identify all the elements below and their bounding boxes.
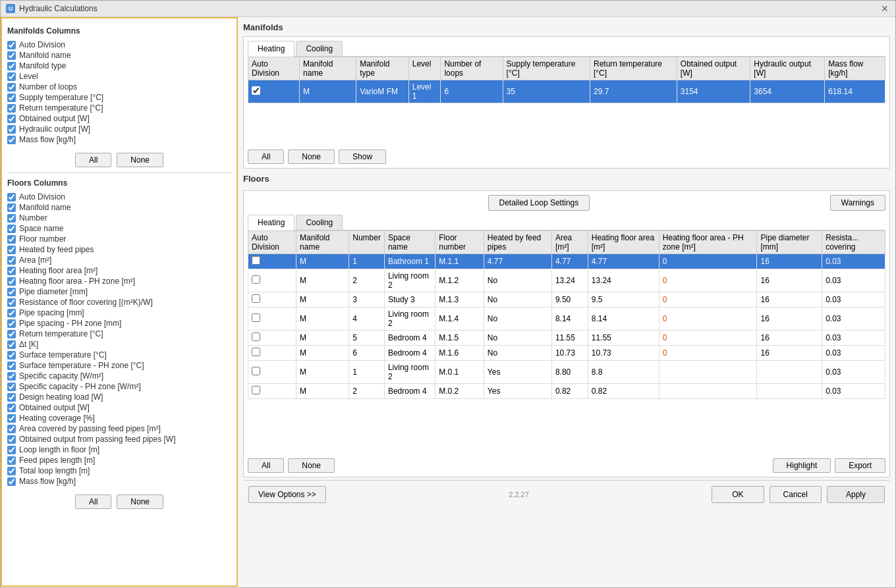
floors-cell-checkbox-7[interactable] [248,384,296,399]
floors-col-checkbox-17[interactable] [7,372,16,381]
floors-col-checkbox-1[interactable] [7,203,16,212]
manifolds-col-checkbox-4[interactable] [7,83,16,92]
floors-col-checkbox-15[interactable] [7,351,16,360]
floors-col-checkbox-12[interactable] [7,319,16,328]
floors-col-checkbox-11[interactable] [7,309,16,317]
tab-cooling-manifolds[interactable]: Cooling [296,41,343,56]
manifolds-col-checkbox-5[interactable] [7,94,16,102]
manifolds-none-button[interactable]: None [117,153,163,167]
floors-col-checkbox-3[interactable] [7,225,16,233]
floors-col-item-18: Specific capacity - PH zone [W/m²] [7,381,231,392]
floors-row-7[interactable]: M2Bedroom 4M.0.2Yes0.820.820.03 [248,384,885,399]
manifolds-col-item-6: Return temperature [°C] [7,103,231,113]
floors-col-checkbox-26[interactable] [7,467,16,475]
floors-row-1[interactable]: M2Living room 2M.1.2No13.2413.240160.03 [248,269,885,292]
floors-row-0[interactable]: M1Bathroom 1M.1.14.774.774.770160.03 [248,254,885,269]
manifolds-col-checkbox-0[interactable] [7,41,16,49]
floors-col-label-6: Area [m²] [19,255,51,265]
floors-col-item-17: Specific capacity [W/m²] [7,371,231,381]
floors-col-label-12: Pipe spacing - PH zone [mm] [19,319,121,328]
floors-col-checkbox-13[interactable] [7,330,16,338]
floors-col-item-23: Obtained output from passing feed pipes … [7,434,231,444]
floors-cell-7-1: M [296,384,349,399]
floors-col-checkbox-20[interactable] [7,404,16,412]
floors-cell-checkbox-1[interactable] [248,269,296,292]
floors-col-checkbox-2[interactable] [7,214,16,223]
floors-col-checkbox-14[interactable] [7,340,16,349]
cancel-button[interactable]: Cancel [770,486,822,503]
floors-row-4[interactable]: M5Bedroom 4M.1.5No11.5511.550160.03 [248,331,885,346]
floors-col-checkbox-24[interactable] [7,446,16,454]
floors-col-checkbox-18[interactable] [7,383,16,391]
floors-col-checkbox-8[interactable] [7,277,16,286]
manifolds-col-checkbox-8[interactable] [7,125,16,134]
tab-heating-manifolds[interactable]: Heating [248,41,294,57]
floors-col-checkbox-7[interactable] [7,267,16,275]
floors-col-checkbox-23[interactable] [7,435,16,444]
floors-none-button[interactable]: None [117,494,163,509]
manifolds-row-0[interactable]: MVarioM FMLevel 163529.731543654618.14 [248,80,885,103]
manifolds-col-checkbox-9[interactable] [7,136,16,144]
floors-col-checkbox-21[interactable] [7,414,16,423]
floors-col-checkbox-5[interactable] [7,246,16,254]
manifolds-all-button[interactable]: All [75,153,111,167]
warnings-button[interactable]: Warnings [830,195,885,211]
manifolds-col-checkbox-3[interactable] [7,72,16,81]
floors-cell-3-6: 8.14 [551,307,588,331]
floors-row-3[interactable]: M4Living room 2M.1.4No8.148.140160.03 [248,307,885,331]
footer-right: OK Cancel Apply [712,486,885,503]
fth-manifold-name: Manifold name [296,231,349,254]
floors-cell-checkbox-6[interactable] [248,361,296,384]
floors-col-checkbox-22[interactable] [7,425,16,433]
floors-row-6[interactable]: M1Living room 2M.0.1Yes8.808.80.03 [248,361,885,384]
floors-cell-checkbox-3[interactable] [248,307,296,331]
ok-button[interactable]: OK [712,486,764,503]
manifolds-cell-checkbox-0[interactable] [248,80,300,103]
floors-cell-checkbox-4[interactable] [248,331,296,346]
tab-heating-floors[interactable]: Heating [248,215,294,230]
view-options-button[interactable]: View Options >> [248,486,326,503]
manifolds-col-checkbox-6[interactable] [7,104,16,113]
apply-button[interactable]: Apply [827,486,885,503]
floors-cell-checkbox-5[interactable] [248,346,296,361]
floors-col-checkbox-19[interactable] [7,393,16,402]
floors-row-5[interactable]: M6Bedroom 4M.1.6No10.7310.730160.03 [248,346,885,361]
floors-cell-0-6: 4.77 [551,254,588,269]
floors-cell-6-7: 8.8 [588,361,659,384]
floors-col-checkbox-10[interactable] [7,298,16,307]
floors-col-checkbox-0[interactable] [7,193,16,201]
floors-cell-5-6: 10.73 [551,346,588,361]
floors-export-button[interactable]: Export [835,458,885,473]
floors-highlight-button[interactable]: Highlight [773,458,831,473]
floors-cell-checkbox-0[interactable] [248,254,296,269]
floors-col-checkbox-16[interactable] [7,361,16,370]
floors-all-button[interactable]: All [248,458,284,473]
manifolds-col-checkbox-2[interactable] [7,62,16,70]
floors-col-item-15: Surface temperature [°C] [7,350,231,360]
floors-cell-checkbox-2[interactable] [248,292,296,307]
floors-cell-6-1: M [296,361,349,384]
floors-col-checkbox-9[interactable] [7,288,16,296]
floors-col-checkbox-4[interactable] [7,235,16,244]
floors-row-2[interactable]: M3Study 3M.1.3No9.509.50160.03 [248,292,885,307]
floors-cell-7-10: 0.03 [822,384,885,399]
manifolds-show-button[interactable]: Show [339,149,386,164]
detailed-loop-settings-button[interactable]: Detailed Loop Settings [488,195,590,211]
manifolds-all-action-button[interactable]: All [248,149,284,164]
floors-col-checkbox-27[interactable] [7,477,16,486]
floors-col-item-9: Pipe diameter [mm] [7,286,231,297]
manifolds-col-checkbox-1[interactable] [7,51,16,60]
tab-cooling-floors[interactable]: Cooling [296,215,343,230]
manifolds-none-action-button[interactable]: None [288,149,335,164]
floors-col-label-10: Resistance of floor covering [(m²K)/W] [19,298,153,307]
floors-col-checkbox-25[interactable] [7,456,16,465]
floors-all-button[interactable]: All [75,494,111,509]
floors-cell-4-9: 16 [757,331,822,346]
floors-tab-bar: Heating Cooling [248,215,885,230]
floors-col-checkbox-6[interactable] [7,256,16,265]
floors-cell-6-2: 1 [349,361,385,384]
manifolds-col-checkbox-7[interactable] [7,115,16,123]
close-button[interactable]: ✕ [880,3,890,14]
manifolds-col-label-9: Mass flow [kg/h] [19,135,76,144]
floors-none-button[interactable]: None [288,458,335,473]
